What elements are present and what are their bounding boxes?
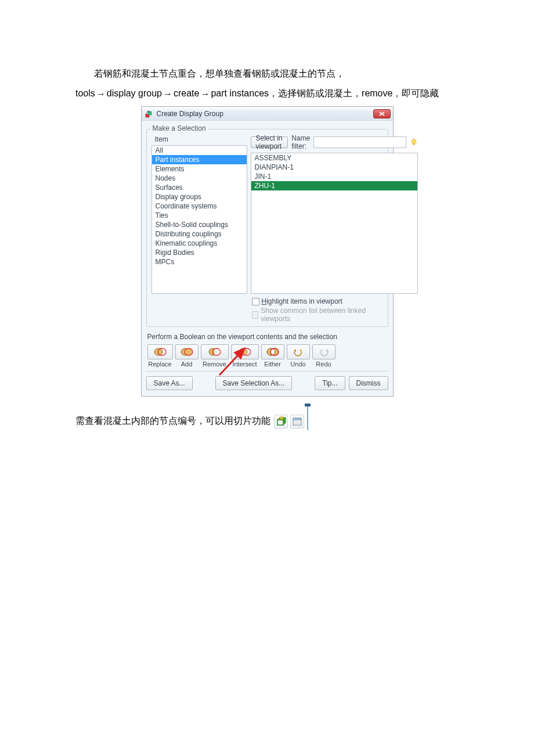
intersect-label: Intersect (232, 361, 257, 368)
selection-list-row[interactable]: ZHU-1 (251, 181, 418, 190)
p2-b: create (174, 88, 199, 98)
highlight-checkbox-row[interactable]: Highlight items in viewport (252, 297, 383, 305)
hint-bulb-icon[interactable] (410, 138, 418, 147)
name-filter-input[interactable] (313, 136, 406, 148)
close-button[interactable] (373, 109, 391, 118)
item-list-row[interactable]: Rigid Bodies (152, 248, 247, 257)
replace-label: Replace (148, 361, 171, 368)
remove-label: Remove (203, 361, 226, 368)
paragraph-1: 若钢筋和混凝土节点重合，想单独查看钢筋或混凝土的节点， (75, 64, 464, 84)
right-column: Select in viewport Name filter: (251, 134, 418, 294)
show-common-checkbox-row: Show common list between linked viewport… (252, 307, 383, 323)
item-list-row[interactable]: Ties (152, 211, 247, 220)
arrow-icon: → (163, 89, 172, 99)
either-button[interactable] (261, 344, 284, 359)
tip-button[interactable]: Tip... (315, 376, 345, 390)
item-list-row[interactable]: Distributing couplings (152, 229, 247, 239)
item-list-row[interactable]: Surfaces (152, 183, 247, 192)
arrow-icon: → (96, 89, 106, 99)
create-display-group-dialog: Create Display Group Make a Selection It… (141, 106, 394, 397)
item-list-row[interactable]: Elements (152, 164, 247, 174)
dismiss-button[interactable]: Dismiss (349, 376, 388, 390)
either-icon (265, 347, 280, 357)
svg-rect-3 (413, 143, 415, 145)
item-list-row[interactable]: Shell-to-Solid couplings (152, 220, 247, 229)
titlebar[interactable]: Create Display Group (142, 107, 393, 121)
add-icon (179, 347, 194, 357)
highlight-label: Highlight items in viewport (262, 297, 342, 305)
undo-label: Undo (290, 361, 305, 368)
p2-c: part instances，选择钢筋或混凝土，remove，即可隐藏 (211, 88, 439, 98)
show-common-label: Show common list between linked viewport… (261, 307, 383, 323)
item-list-row[interactable]: Part instances (152, 155, 247, 164)
hl-u: H (262, 297, 267, 305)
remove-icon (207, 347, 222, 357)
boolean-ops-row: ReplaceAddRemoveIntersectEitherUndoRedo (146, 344, 388, 368)
add-button[interactable] (175, 344, 199, 359)
item-column: Item AllPart instancesElementsNodesSurfa… (151, 134, 247, 294)
toolbar-icons (272, 413, 308, 430)
svg-rect-1 (148, 111, 151, 115)
intersect-button[interactable] (231, 344, 259, 359)
item-list-row[interactable]: Nodes (152, 174, 247, 183)
selection-list-row[interactable]: ASSEMBLY (251, 153, 418, 163)
boolean-label: Perform a Boolean on the viewport conten… (147, 333, 388, 341)
item-list[interactable]: AllPart instancesElementsNodesSurfacesDi… (151, 145, 247, 294)
name-filter-label: Name filter: (291, 134, 310, 150)
either-label: Either (264, 361, 281, 368)
replace-button[interactable] (147, 344, 173, 359)
make-selection-group: Make a Selection Item AllPart instancesE… (146, 129, 388, 327)
selection-list[interactable]: ASSEMBLYDIANPIAN-1JIN-1ZHU-1 (251, 153, 418, 294)
divider (146, 371, 388, 372)
item-list-row[interactable]: Coordinate systems (152, 201, 247, 211)
svg-point-8 (185, 348, 193, 355)
arrow-icon: → (200, 89, 210, 99)
footer-paragraph: 需查看混凝土内部的节点编号，可以用切片功能 (75, 412, 270, 430)
group-title: Make a Selection (150, 124, 208, 132)
redo-icon (317, 347, 330, 357)
redo-button[interactable] (312, 344, 335, 359)
p2-pre: tools (75, 88, 95, 98)
dialog-title: Create Display Group (157, 110, 223, 118)
item-list-row[interactable]: All (152, 146, 247, 155)
select-in-viewport-button[interactable]: Select in viewport (251, 136, 288, 148)
save-selection-as-button[interactable]: Save Selection As... (215, 376, 293, 390)
checkbox-icon[interactable] (252, 298, 259, 305)
view-cut-icon[interactable] (274, 415, 288, 429)
hl-rest: ighlight items in viewport (266, 297, 342, 305)
item-list-row[interactable]: MPCs (152, 257, 247, 267)
svg-rect-28 (293, 418, 301, 420)
svg-point-10 (209, 348, 217, 355)
view-cut-manager-icon[interactable] (290, 415, 304, 429)
save-as-button[interactable]: Save As... (146, 376, 193, 390)
item-list-row[interactable]: Display groups (152, 192, 247, 201)
remove-button[interactable] (201, 344, 229, 359)
item-list-row[interactable]: Kinematic couplings (152, 239, 247, 248)
intersect-icon (237, 347, 252, 357)
p2-a: display group (107, 88, 162, 98)
svg-point-2 (412, 139, 416, 143)
item-label: Item (151, 134, 247, 145)
checkbox-icon (252, 311, 259, 319)
selection-list-row[interactable]: JIN-1 (251, 172, 418, 181)
add-label: Add (181, 361, 193, 368)
svg-point-5 (154, 348, 163, 355)
paragraph-2: tools→display group→create→part instance… (75, 84, 464, 103)
undo-button[interactable] (287, 344, 310, 359)
replace-icon (153, 347, 168, 357)
selection-list-row[interactable]: DIANPIAN-1 (251, 163, 418, 172)
svg-rect-22 (277, 420, 283, 425)
svg-rect-23 (280, 417, 283, 419)
app-icon (145, 110, 153, 118)
undo-icon (292, 347, 305, 357)
redo-label: Redo (316, 361, 331, 368)
